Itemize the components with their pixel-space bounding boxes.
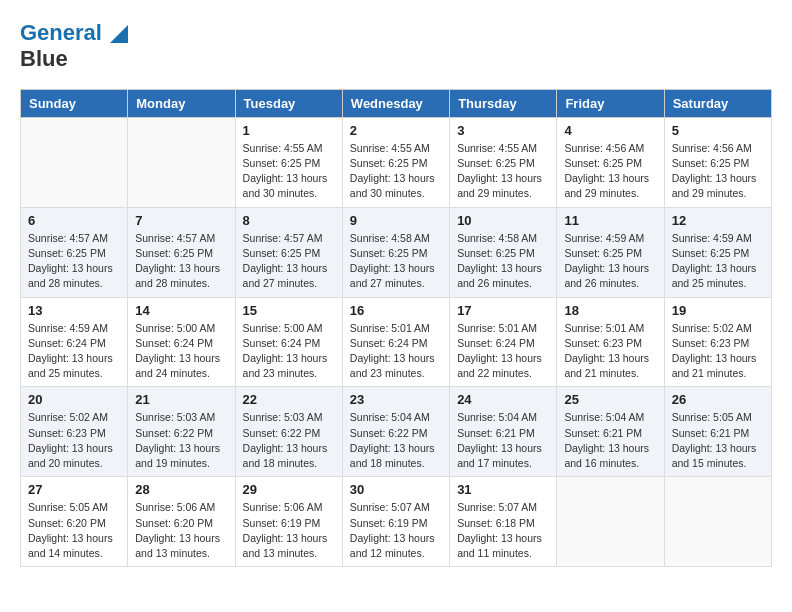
calendar-day-12: 12Sunrise: 4:59 AM Sunset: 6:25 PM Dayli… [664,207,771,297]
calendar-week-row: 20Sunrise: 5:02 AM Sunset: 6:23 PM Dayli… [21,387,772,477]
day-number: 14 [135,303,227,318]
weekday-header-sunday: Sunday [21,89,128,117]
day-number: 17 [457,303,549,318]
day-info: Sunrise: 4:58 AM Sunset: 6:25 PM Dayligh… [457,231,549,292]
calendar-day-26: 26Sunrise: 5:05 AM Sunset: 6:21 PM Dayli… [664,387,771,477]
day-number: 31 [457,482,549,497]
calendar-day-29: 29Sunrise: 5:06 AM Sunset: 6:19 PM Dayli… [235,477,342,567]
page-header: General Blue [20,20,772,73]
day-number: 8 [243,213,335,228]
calendar-day-10: 10Sunrise: 4:58 AM Sunset: 6:25 PM Dayli… [450,207,557,297]
day-number: 27 [28,482,120,497]
weekday-header-tuesday: Tuesday [235,89,342,117]
day-number: 28 [135,482,227,497]
calendar-empty-cell [128,117,235,207]
day-info: Sunrise: 4:57 AM Sunset: 6:25 PM Dayligh… [243,231,335,292]
day-info: Sunrise: 5:02 AM Sunset: 6:23 PM Dayligh… [28,410,120,471]
day-info: Sunrise: 4:59 AM Sunset: 6:24 PM Dayligh… [28,321,120,382]
calendar-day-7: 7Sunrise: 4:57 AM Sunset: 6:25 PM Daylig… [128,207,235,297]
weekday-header-monday: Monday [128,89,235,117]
calendar-day-22: 22Sunrise: 5:03 AM Sunset: 6:22 PM Dayli… [235,387,342,477]
calendar-day-1: 1Sunrise: 4:55 AM Sunset: 6:25 PM Daylig… [235,117,342,207]
calendar-week-row: 1Sunrise: 4:55 AM Sunset: 6:25 PM Daylig… [21,117,772,207]
day-number: 4 [564,123,656,138]
day-info: Sunrise: 4:57 AM Sunset: 6:25 PM Dayligh… [135,231,227,292]
calendar-day-14: 14Sunrise: 5:00 AM Sunset: 6:24 PM Dayli… [128,297,235,387]
day-number: 21 [135,392,227,407]
day-number: 10 [457,213,549,228]
day-info: Sunrise: 5:04 AM Sunset: 6:21 PM Dayligh… [457,410,549,471]
day-info: Sunrise: 5:00 AM Sunset: 6:24 PM Dayligh… [135,321,227,382]
calendar-empty-cell [21,117,128,207]
day-number: 20 [28,392,120,407]
logo: General Blue [20,20,128,73]
calendar-day-8: 8Sunrise: 4:57 AM Sunset: 6:25 PM Daylig… [235,207,342,297]
day-number: 22 [243,392,335,407]
day-info: Sunrise: 5:04 AM Sunset: 6:21 PM Dayligh… [564,410,656,471]
day-info: Sunrise: 5:05 AM Sunset: 6:20 PM Dayligh… [28,500,120,561]
calendar-week-row: 6Sunrise: 4:57 AM Sunset: 6:25 PM Daylig… [21,207,772,297]
day-info: Sunrise: 5:06 AM Sunset: 6:19 PM Dayligh… [243,500,335,561]
calendar-day-21: 21Sunrise: 5:03 AM Sunset: 6:22 PM Dayli… [128,387,235,477]
day-number: 2 [350,123,442,138]
day-number: 12 [672,213,764,228]
calendar-day-25: 25Sunrise: 5:04 AM Sunset: 6:21 PM Dayli… [557,387,664,477]
calendar-day-30: 30Sunrise: 5:07 AM Sunset: 6:19 PM Dayli… [342,477,449,567]
day-info: Sunrise: 5:07 AM Sunset: 6:18 PM Dayligh… [457,500,549,561]
svg-marker-0 [110,25,128,43]
day-info: Sunrise: 5:07 AM Sunset: 6:19 PM Dayligh… [350,500,442,561]
calendar-day-5: 5Sunrise: 4:56 AM Sunset: 6:25 PM Daylig… [664,117,771,207]
calendar-day-17: 17Sunrise: 5:01 AM Sunset: 6:24 PM Dayli… [450,297,557,387]
day-number: 3 [457,123,549,138]
day-number: 16 [350,303,442,318]
day-info: Sunrise: 5:06 AM Sunset: 6:20 PM Dayligh… [135,500,227,561]
day-number: 29 [243,482,335,497]
day-number: 15 [243,303,335,318]
logo-text: General Blue [20,20,128,73]
calendar-week-row: 13Sunrise: 4:59 AM Sunset: 6:24 PM Dayli… [21,297,772,387]
calendar-week-row: 27Sunrise: 5:05 AM Sunset: 6:20 PM Dayli… [21,477,772,567]
day-number: 6 [28,213,120,228]
calendar-header-row: SundayMondayTuesdayWednesdayThursdayFrid… [21,89,772,117]
calendar-day-28: 28Sunrise: 5:06 AM Sunset: 6:20 PM Dayli… [128,477,235,567]
calendar-day-23: 23Sunrise: 5:04 AM Sunset: 6:22 PM Dayli… [342,387,449,477]
day-info: Sunrise: 4:55 AM Sunset: 6:25 PM Dayligh… [457,141,549,202]
weekday-header-wednesday: Wednesday [342,89,449,117]
day-info: Sunrise: 4:56 AM Sunset: 6:25 PM Dayligh… [672,141,764,202]
calendar-day-15: 15Sunrise: 5:00 AM Sunset: 6:24 PM Dayli… [235,297,342,387]
day-number: 18 [564,303,656,318]
day-info: Sunrise: 5:04 AM Sunset: 6:22 PM Dayligh… [350,410,442,471]
calendar-empty-cell [557,477,664,567]
day-info: Sunrise: 4:57 AM Sunset: 6:25 PM Dayligh… [28,231,120,292]
day-info: Sunrise: 4:58 AM Sunset: 6:25 PM Dayligh… [350,231,442,292]
calendar-day-6: 6Sunrise: 4:57 AM Sunset: 6:25 PM Daylig… [21,207,128,297]
day-info: Sunrise: 5:01 AM Sunset: 6:24 PM Dayligh… [457,321,549,382]
day-info: Sunrise: 5:02 AM Sunset: 6:23 PM Dayligh… [672,321,764,382]
calendar-day-18: 18Sunrise: 5:01 AM Sunset: 6:23 PM Dayli… [557,297,664,387]
calendar-day-11: 11Sunrise: 4:59 AM Sunset: 6:25 PM Dayli… [557,207,664,297]
calendar-day-13: 13Sunrise: 4:59 AM Sunset: 6:24 PM Dayli… [21,297,128,387]
day-number: 13 [28,303,120,318]
weekday-header-thursday: Thursday [450,89,557,117]
day-number: 11 [564,213,656,228]
calendar-day-2: 2Sunrise: 4:55 AM Sunset: 6:25 PM Daylig… [342,117,449,207]
calendar-day-31: 31Sunrise: 5:07 AM Sunset: 6:18 PM Dayli… [450,477,557,567]
day-number: 1 [243,123,335,138]
day-number: 24 [457,392,549,407]
calendar-day-9: 9Sunrise: 4:58 AM Sunset: 6:25 PM Daylig… [342,207,449,297]
day-info: Sunrise: 4:55 AM Sunset: 6:25 PM Dayligh… [243,141,335,202]
calendar-day-19: 19Sunrise: 5:02 AM Sunset: 6:23 PM Dayli… [664,297,771,387]
day-info: Sunrise: 4:59 AM Sunset: 6:25 PM Dayligh… [672,231,764,292]
day-info: Sunrise: 5:03 AM Sunset: 6:22 PM Dayligh… [135,410,227,471]
calendar-table: SundayMondayTuesdayWednesdayThursdayFrid… [20,89,772,567]
day-info: Sunrise: 5:01 AM Sunset: 6:23 PM Dayligh… [564,321,656,382]
weekday-header-friday: Friday [557,89,664,117]
weekday-header-saturday: Saturday [664,89,771,117]
day-info: Sunrise: 4:59 AM Sunset: 6:25 PM Dayligh… [564,231,656,292]
day-info: Sunrise: 5:00 AM Sunset: 6:24 PM Dayligh… [243,321,335,382]
logo-icon [110,25,128,43]
day-number: 5 [672,123,764,138]
day-number: 30 [350,482,442,497]
calendar-day-24: 24Sunrise: 5:04 AM Sunset: 6:21 PM Dayli… [450,387,557,477]
calendar-day-3: 3Sunrise: 4:55 AM Sunset: 6:25 PM Daylig… [450,117,557,207]
